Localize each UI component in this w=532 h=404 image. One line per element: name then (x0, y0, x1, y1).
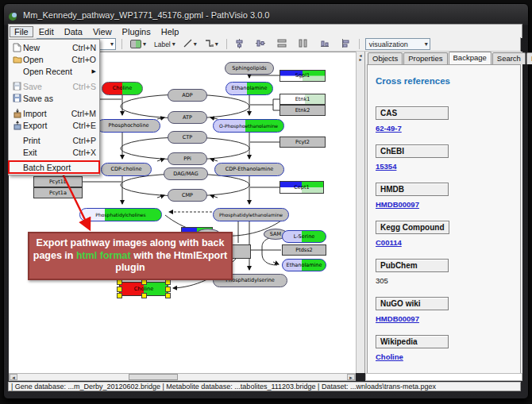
pathway-node-l-serine[interactable]: L-Serine (282, 230, 326, 243)
crossref-source-title: PubChem (376, 259, 449, 272)
selection-handle[interactable] (165, 287, 171, 292)
file-menu-item-export[interactable]: ExportCtrl+E (9, 119, 99, 131)
distribute-horizontal-button[interactable] (296, 37, 310, 51)
visualization-select[interactable]: visualization ▾ (365, 38, 430, 50)
menubar-file[interactable]: File (10, 26, 33, 37)
pathway-node-sgpl1[interactable]: Sgpl1 (279, 70, 326, 82)
panel-splitter[interactable]: ◂ ▸ (356, 52, 365, 373)
tab-properties[interactable]: Properties (403, 52, 447, 64)
crossref-section-cas: CAS62-49-7 (376, 105, 520, 133)
pathway-node-etnk2[interactable]: Etnk2 (279, 105, 326, 116)
file-menu-item-open[interactable]: OpenCtrl+O (9, 53, 99, 65)
distribute-vertical-button[interactable] (275, 37, 289, 51)
align-center-vertical-icon (256, 39, 265, 49)
menubar-view[interactable]: View (88, 26, 117, 37)
menubar-plugins[interactable]: Plugins (118, 26, 156, 37)
export-icon (11, 121, 23, 130)
pathway-node-adp[interactable]: ADP (168, 89, 207, 102)
pathway-node-cept1[interactable]: Cept1 (279, 181, 324, 194)
selection-handle[interactable] (117, 287, 122, 292)
align-left-icon (341, 39, 351, 49)
scroll-right-icon[interactable]: ► (347, 374, 355, 380)
pathway-node-ethanolamine[interactable]: Ethanolamine (282, 259, 326, 271)
titlebar[interactable]: Mm_Kennedy_pathway_WP1771_45176.gpml - P… (8, 7, 522, 23)
datanode-tool-dropdown[interactable]: ▾ (128, 38, 148, 50)
selection-handle[interactable] (117, 293, 122, 298)
window-title: Mm_Kennedy_pathway_WP1771_45176.gpml - P… (23, 10, 269, 20)
pathway-node-pcyt1a[interactable]: Pcyt1a (33, 187, 83, 198)
file-menu-item-import[interactable]: ImportCtrl+M (9, 107, 99, 119)
file-menu-item-new[interactable]: NewCtrl+N (9, 41, 99, 53)
file-menu-item-save-as[interactable]: Save as (9, 92, 99, 104)
pathway-node-ptdss2[interactable]: Ptdss2 (282, 244, 326, 256)
menubar-help[interactable]: Help (156, 26, 184, 37)
panel-bottom-strip (365, 373, 522, 381)
pathway-node-sphingolipids[interactable]: Sphingolipids (225, 62, 274, 75)
menu-item-label: Exit (23, 148, 37, 157)
pathway-node-pcyt2[interactable]: Pcyt2 (279, 137, 326, 148)
line-tool-dropdown[interactable]: ▾ (181, 37, 199, 51)
crossref-link[interactable]: HMDB00097 (376, 200, 520, 209)
tab-legend[interactable]: Legend (526, 52, 532, 64)
pathway-node-phosphocholine[interactable]: Phosphocholine (97, 119, 160, 133)
tab-backpage[interactable]: Backpage (449, 52, 492, 64)
selection-handle[interactable] (165, 279, 171, 285)
align-center-vertical-button[interactable] (253, 37, 268, 51)
node-label: Cept1 (294, 184, 309, 190)
menu-item-shortcut: Ctrl+X (73, 148, 96, 157)
node-label: CDP-choline (110, 166, 141, 172)
tab-objects[interactable]: Objects (368, 52, 403, 64)
align-bottom-button[interactable] (318, 37, 332, 51)
tab-search[interactable]: Search (492, 52, 526, 64)
pathway-node-ctp[interactable]: CTP (168, 131, 207, 144)
pathway-node-cdp-ethanolamine[interactable]: CDP-Ethanolamine (214, 163, 284, 176)
node-label: Pcyt1a (49, 190, 67, 196)
menubar-edit[interactable]: Edit (34, 26, 59, 37)
file-menu-item-exit[interactable]: ExitCtrl+X (9, 146, 99, 158)
crossref-link[interactable]: Choline (376, 352, 520, 361)
selection-handle[interactable] (117, 279, 122, 285)
pathway-node-phosphatidylcholines[interactable]: Phosphatidylcholines (79, 208, 162, 221)
scroll-left-icon[interactable]: ◄ (10, 374, 17, 380)
file-menu-item-open-recent[interactable]: Open Recent▶ (9, 65, 99, 77)
pathway-node-cmp[interactable]: CMP (168, 189, 207, 202)
pathway-node[interactable] (230, 244, 251, 259)
selection-handle[interactable] (165, 293, 171, 298)
annotation-callout: Export pathway images along with back pa… (28, 232, 233, 280)
pathway-node-cdp-choline[interactable]: CDP-choline (101, 163, 152, 176)
pathway-node-dag-mag[interactable]: DAG/MAG (164, 167, 208, 180)
pathway-node-choline[interactable]: Choline (102, 82, 143, 95)
selection-handle[interactable] (141, 293, 147, 298)
selection-handle[interactable] (141, 279, 147, 285)
pathway-node-atp[interactable]: ATP (168, 111, 207, 124)
scrollbar-thumb[interactable] (129, 374, 178, 380)
label-tool-dropdown[interactable]: Label ▾ (152, 39, 178, 50)
file-menu-item-batch-export[interactable]: Batch Export (9, 161, 99, 173)
chevron-down-icon: ▾ (110, 40, 114, 48)
pathway-node-choline[interactable]: Choline (119, 282, 168, 296)
align-center-horizontal-button[interactable] (233, 37, 246, 52)
pathway-node-pcyt1b[interactable]: Pcyt1b (33, 176, 83, 187)
crossref-link[interactable]: C00114 (376, 238, 520, 247)
align-left-button[interactable] (339, 37, 353, 51)
splitter-expand-icon[interactable]: ▸ (359, 57, 361, 62)
pathway-node-phosphatidylethanolamine[interactable]: Phosphatidylethanolamine (213, 208, 289, 221)
node-label: SAM (270, 231, 281, 237)
crossref-link[interactable]: HMDB00097 (376, 314, 520, 323)
crossref-link[interactable]: 62-49-7 (376, 124, 520, 133)
pathway-node-o-phosphoethanolamine[interactable]: O-Phosphoethanolamine (213, 119, 284, 133)
menubar-data[interactable]: Data (60, 26, 87, 37)
horizontal-scrollbar[interactable]: ◄ ► (9, 373, 356, 381)
file-menu-item-print[interactable]: PrintCtrl+P (9, 134, 99, 146)
connector-tool-dropdown[interactable]: ▾ (202, 37, 221, 51)
crossref-link[interactable]: 15354 (376, 162, 520, 171)
chevron-down-icon: ▾ (172, 40, 175, 48)
pathway-node-etnk1[interactable]: Etnk1 (279, 94, 326, 105)
pathway-node-ppi[interactable]: PPi (168, 152, 207, 165)
toolbar-separator (121, 39, 122, 49)
file-menu-item-save[interactable]: SaveCtrl+S (9, 80, 99, 92)
pathway-node-ethanolamine[interactable]: Ethanolamine (226, 82, 273, 95)
crossref-value: 305 (376, 276, 520, 285)
node-label: DAG/MAG (173, 171, 198, 177)
menubar: FileEditDataViewPluginsHelp (8, 24, 522, 38)
